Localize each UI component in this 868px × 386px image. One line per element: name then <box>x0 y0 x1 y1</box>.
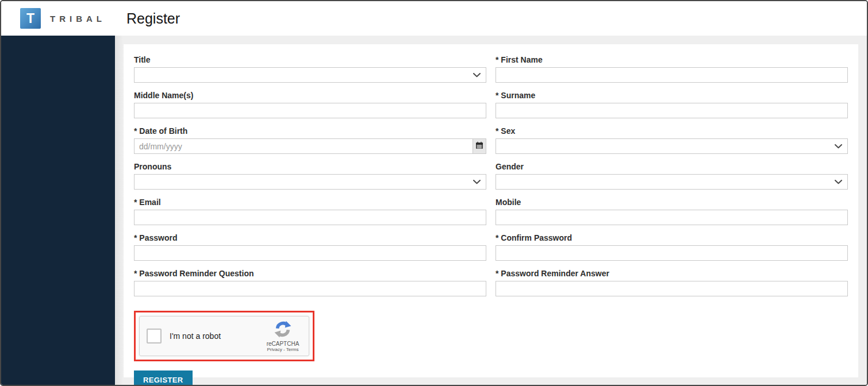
field-label: Mobile <box>496 198 848 207</box>
middle-names-input[interactable] <box>134 103 486 118</box>
main-area: Title * First Name Middle Name(s) <box>115 36 867 385</box>
chevron-down-icon <box>835 180 842 184</box>
password-reminder-question-input[interactable] <box>134 281 486 296</box>
pronouns-select[interactable] <box>134 174 486 190</box>
field-label: * Surname <box>496 91 848 100</box>
field-label: * Confirm Password <box>496 233 848 242</box>
tribal-logo-icon: T <box>20 8 41 29</box>
calendar-icon <box>475 141 483 151</box>
recaptcha-privacy-terms-links[interactable]: Privacy - Terms <box>267 347 299 352</box>
confirm-password-input[interactable] <box>496 245 848 261</box>
field-label: * Password Reminder Answer <box>496 269 848 278</box>
recaptcha-checkbox[interactable] <box>147 329 162 343</box>
field-label: * Password <box>134 233 486 242</box>
field-sex: * Sex <box>496 126 848 154</box>
recaptcha-label: I'm not a robot <box>170 331 262 341</box>
field-confirm-password: * Confirm Password <box>496 233 848 261</box>
field-password-reminder-question: * Password Reminder Question <box>134 269 486 296</box>
field-label: Middle Name(s) <box>134 91 486 100</box>
brand-name: TRIBAL <box>50 14 106 24</box>
field-middle-names: Middle Name(s) <box>134 91 486 118</box>
tribal-logo: T TRIBAL <box>20 8 106 29</box>
field-label: * Date of Birth <box>134 126 486 136</box>
field-label: * Email <box>134 198 486 207</box>
gender-select[interactable] <box>496 174 848 190</box>
field-mobile: Mobile <box>496 198 848 225</box>
register-form: Title * First Name Middle Name(s) <box>134 55 848 304</box>
recaptcha-brand: reCAPTCHA Privacy - Terms <box>262 321 304 352</box>
register-button-row: REGISTER <box>134 361 848 386</box>
email-input[interactable] <box>134 210 486 225</box>
register-button[interactable]: REGISTER <box>134 370 193 386</box>
register-form-card: Title * First Name Middle Name(s) <box>124 44 858 377</box>
field-password: * Password <box>134 233 486 261</box>
date-of-birth-input[interactable] <box>134 138 473 154</box>
recaptcha-widget: I'm not a robot reCAPTCHA <box>139 316 309 356</box>
password-input[interactable] <box>134 245 486 261</box>
calendar-button[interactable] <box>473 138 486 154</box>
logo-letter: T <box>26 11 34 26</box>
date-of-birth-group <box>134 138 486 154</box>
mobile-input[interactable] <box>496 210 848 225</box>
field-email: * Email <box>134 198 486 225</box>
field-gender: Gender <box>496 162 848 190</box>
sex-select[interactable] <box>496 138 848 154</box>
title-select[interactable] <box>134 67 486 83</box>
recaptcha-brand-text: reCAPTCHA <box>267 341 299 347</box>
password-reminder-answer-input[interactable] <box>496 281 848 296</box>
field-label: Gender <box>496 162 848 171</box>
sidebar <box>1 36 115 385</box>
field-surname: * Surname <box>496 91 848 118</box>
field-password-reminder-answer: * Password Reminder Answer <box>496 269 848 296</box>
app-window: T TRIBAL Register Title <box>0 0 868 386</box>
chevron-down-icon <box>473 73 481 78</box>
app-header: T TRIBAL Register <box>1 1 867 36</box>
chevron-down-icon <box>473 180 481 184</box>
field-first-name: * First Name <box>496 55 848 83</box>
captcha-annotation-box: I'm not a robot reCAPTCHA <box>134 311 314 361</box>
chevron-down-icon <box>835 144 842 149</box>
field-label: Pronouns <box>134 162 486 171</box>
field-date-of-birth: * Date of Birth <box>134 126 486 154</box>
surname-input[interactable] <box>496 103 848 118</box>
body-row: Title * First Name Middle Name(s) <box>1 36 867 385</box>
page-title: Register <box>126 10 180 27</box>
first-name-input[interactable] <box>496 67 848 83</box>
field-label: Title <box>134 55 486 64</box>
field-label: * Sex <box>496 126 848 136</box>
field-label: * First Name <box>496 55 848 64</box>
recaptcha-logo-icon <box>274 321 291 340</box>
field-title: Title <box>134 55 486 83</box>
field-pronouns: Pronouns <box>134 162 486 190</box>
field-label: * Password Reminder Question <box>134 269 486 278</box>
